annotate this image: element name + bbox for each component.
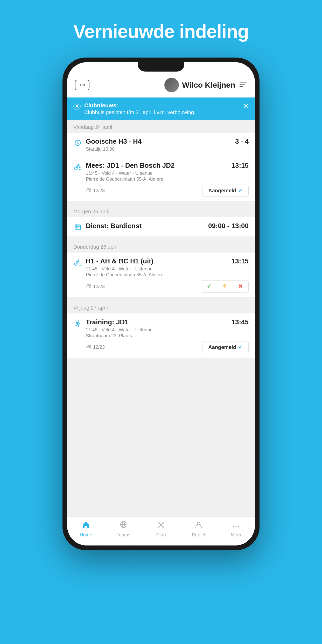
user-name: Wilco Kleijnen — [182, 81, 235, 89]
participants-icon-4 — [86, 284, 92, 289]
filter-icon[interactable] — [239, 81, 247, 89]
nav-item-club[interactable]: Club — [142, 521, 180, 538]
date-header-vrijdag: Vrijdag 27 april — [67, 301, 255, 313]
event-participants-5: 12/23 — [86, 345, 105, 350]
notification-title: Clubnieuws: — [84, 102, 239, 109]
event-title-5: Training: JD1 — [86, 318, 229, 326]
section-divider-3 — [67, 298, 255, 301]
phone-frame: 1:0 Wilco Kleijnen ✕ — [62, 58, 260, 550]
event-subtitle-4: 11:45 - Veld 4 - Water - Uittenue — [86, 266, 249, 272]
nav-label-teams: Teams — [117, 532, 130, 538]
event-address-5: Straatnaam 23, Plaats — [86, 333, 249, 339]
svg-point-13 — [197, 522, 200, 525]
svg-point-8 — [89, 284, 91, 286]
event-title-4: H1 - AH & BC H1 (uit) — [86, 257, 229, 265]
response-maybe-button[interactable]: ? — [217, 281, 232, 292]
participants-icon-2 — [86, 188, 92, 193]
match-icon-4 — [73, 258, 82, 267]
response-buttons-4: ✓ ? ✕ — [201, 280, 249, 293]
event-time-3: 09:00 - 13:00 — [208, 222, 249, 230]
event-title-3: Dienst: Bardienst — [86, 222, 206, 230]
svg-point-4 — [89, 188, 91, 190]
match-icon-2 — [73, 163, 82, 171]
participants-count-5: 12/23 — [93, 345, 105, 350]
club-icon — [157, 521, 165, 531]
nav-label-home: Home — [80, 532, 92, 538]
event-main-2: Mees: JD1 - Den Bosch JD2 13:15 11:45 - … — [86, 162, 249, 197]
phone-screen: 1:0 Wilco Kleijnen ✕ — [67, 62, 255, 545]
notification-content: Clubnieuws: Clubhuis gesloten t/m 31 apr… — [84, 102, 239, 115]
event-time-5: 13:45 — [232, 318, 249, 326]
event-title-1: Gooische H3 - H4 — [86, 137, 233, 145]
event-subtitle-2: 11:45 - Veld 4 - Water - Uittenue — [86, 171, 249, 176]
event-time-2: 13:15 — [232, 162, 249, 170]
section-divider-1 — [67, 201, 255, 205]
event-score-1: 3 - 4 — [235, 137, 249, 145]
event-address-2: Pierre de Coubertinlaan 55-A, Almere — [86, 177, 249, 182]
nav-label-profiel: Profiel — [192, 532, 205, 538]
event-card-2: Mees: JD1 - Den Bosch JD2 13:15 11:45 - … — [67, 157, 255, 201]
page-title: Vernieuwde indeling — [0, 0, 322, 58]
svg-rect-5 — [75, 225, 81, 230]
date-header-today: Vandaag 24 april — [67, 120, 255, 133]
nav-label-club: Club — [156, 532, 166, 538]
notification-body: Clubhuis gesloten t/m 31 april i.v.m. ve… — [84, 109, 239, 115]
event-title-2: Mees: JD1 - Den Bosch JD2 — [86, 162, 229, 170]
section-divider-2 — [67, 237, 255, 240]
svg-point-14 — [233, 526, 234, 527]
svg-point-15 — [235, 526, 237, 527]
avatar — [164, 78, 179, 92]
score-icon[interactable]: 1:0 — [75, 80, 89, 90]
date-header-donderdag: Donderdag 26 april — [67, 240, 255, 253]
notification-banner: ✕ Clubnieuws: Clubhuis gesloten t/m 31 a… — [67, 97, 255, 120]
event-card-5: Training: JD1 13:45 11:45 - Veld 4 - Wat… — [67, 313, 255, 358]
event-card-1: Gooische H3 - H4 3 - 4 Starttijd 10:30 — [67, 133, 255, 157]
nav-item-teams[interactable]: Teams — [105, 521, 142, 538]
event-main-4: H1 - AH & BC H1 (uit) 13:15 11:45 - Veld… — [86, 257, 249, 293]
notification-close-icon[interactable]: ✕ — [243, 102, 249, 110]
content-scroll[interactable]: Vandaag 24 april Gooische H3 - H4 3 - 4 — [67, 120, 255, 516]
match-icon-1 — [73, 138, 82, 147]
event-card-3: Dienst: Bardienst 09:00 - 13:00 — [67, 217, 255, 237]
aangemeld-button-2[interactable]: Aangemeld ✓ — [202, 185, 249, 197]
event-address-4: Pierre de Coubertinlaan 55-A, Almere — [86, 272, 249, 278]
header-center: Wilco Kleijnen — [94, 78, 235, 92]
event-participants-4: 12/23 — [86, 284, 105, 289]
profiel-icon — [195, 521, 202, 531]
participants-icon-5 — [86, 345, 92, 350]
service-icon-3 — [73, 223, 82, 232]
nav-item-home[interactable]: Home — [67, 521, 105, 538]
meer-icon — [232, 521, 240, 531]
nav-label-meer: Meer — [231, 532, 241, 538]
event-main-5: Training: JD1 13:45 11:45 - Veld 4 - Wat… — [86, 318, 249, 353]
phone-notch — [138, 62, 184, 72]
event-participants-2: 12/23 — [86, 188, 105, 193]
event-card-4: H1 - AH & BC H1 (uit) 13:15 11:45 - Veld… — [67, 253, 255, 298]
participants-count-4: 12/23 — [93, 284, 105, 289]
header-left: 1:0 — [75, 80, 89, 90]
event-main-1: Gooische H3 - H4 3 - 4 Starttijd 10:30 — [86, 137, 249, 152]
avatar-image — [164, 78, 179, 92]
section-divider-4 — [67, 358, 255, 368]
response-no-button[interactable]: ✕ — [232, 281, 248, 292]
event-main-3: Dienst: Bardienst 09:00 - 13:00 — [86, 222, 249, 230]
event-time-4: 13:15 — [232, 257, 249, 265]
event-subtitle-1: Starttijd 10:30 — [86, 146, 249, 152]
response-yes-button[interactable]: ✓ — [201, 281, 217, 292]
aangemeld-button-5[interactable]: Aangemeld ✓ — [202, 341, 249, 353]
svg-point-16 — [238, 526, 239, 527]
notification-dismiss-icon[interactable]: ✕ — [73, 103, 81, 110]
nav-item-meer[interactable]: Meer — [217, 521, 255, 538]
participants-count-2: 12/23 — [93, 188, 105, 193]
teams-icon — [120, 521, 127, 531]
event-subtitle-5: 11:45 - Veld 4 - Water - Uittenue — [86, 327, 249, 333]
date-header-morgen: Morgen 25 april — [67, 205, 255, 217]
header-right — [239, 81, 247, 89]
svg-rect-6 — [76, 227, 77, 228]
svg-point-10 — [89, 345, 91, 346]
nav-item-profiel[interactable]: Profiel — [180, 521, 217, 538]
home-icon — [82, 521, 90, 531]
bottom-nav: Home Teams — [67, 516, 255, 545]
training-icon-5 — [73, 319, 82, 328]
